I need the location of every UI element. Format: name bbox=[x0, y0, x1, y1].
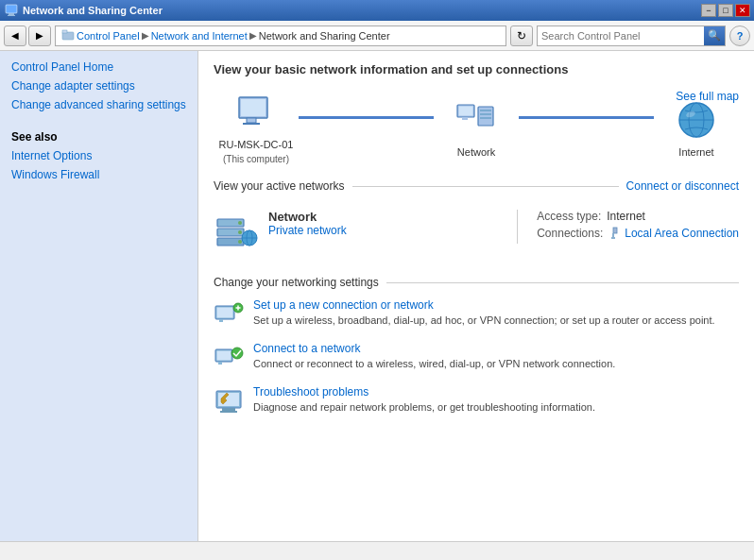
sidebar-link-sharing[interactable]: Change advanced sharing settings bbox=[11, 98, 186, 111]
svg-rect-1 bbox=[9, 13, 14, 15]
connections-row: Connections: Local Area Connection bbox=[537, 227, 739, 240]
nav-buttons: ◀ ▶ bbox=[4, 25, 51, 46]
sidebar-link-adapter[interactable]: Change adapter settings bbox=[11, 79, 186, 93]
search-button[interactable]: 🔍 bbox=[704, 26, 725, 45]
svg-rect-10 bbox=[459, 106, 473, 115]
svg-rect-39 bbox=[217, 351, 231, 361]
troubleshoot-text: Troubleshoot problems Diagnose and repai… bbox=[253, 385, 739, 414]
active-network-type[interactable]: Private network bbox=[268, 224, 347, 237]
active-network-icon bbox=[214, 210, 259, 255]
active-network-info: Network Private network bbox=[268, 210, 498, 237]
sidebar-link-internet-options[interactable]: Internet Options bbox=[11, 149, 186, 162]
connector-2 bbox=[519, 116, 654, 119]
internet-label: Internet bbox=[678, 146, 713, 158]
new-connection-desc: Set up a wireless, broadband, dial-up, a… bbox=[253, 314, 715, 326]
connect-network-icon bbox=[214, 342, 244, 372]
computer-icon bbox=[233, 90, 279, 135]
title-bar-left: Network and Sharing Center bbox=[4, 3, 163, 18]
svg-rect-33 bbox=[217, 308, 233, 318]
svg-rect-14 bbox=[480, 113, 491, 115]
close-button[interactable]: ✕ bbox=[735, 4, 750, 17]
svg-rect-2 bbox=[8, 15, 15, 16]
active-networks-divider bbox=[352, 186, 619, 187]
troubleshoot-icon bbox=[214, 385, 244, 416]
see-full-map-link[interactable]: See full map bbox=[676, 90, 739, 103]
svg-rect-13 bbox=[480, 110, 491, 111]
svg-rect-11 bbox=[462, 117, 468, 120]
svg-point-24 bbox=[238, 230, 242, 234]
content-area: View your basic network information and … bbox=[198, 51, 754, 541]
page-title: View your basic network information and … bbox=[214, 62, 739, 76]
svg-rect-7 bbox=[247, 118, 256, 123]
new-connection-link[interactable]: Set up a new connection or network bbox=[253, 298, 739, 312]
app-icon bbox=[4, 3, 19, 18]
connections-label: Connections: bbox=[537, 227, 603, 240]
status-bar bbox=[0, 541, 754, 560]
search-input[interactable] bbox=[538, 30, 704, 42]
sidebar-link-home[interactable]: Control Panel Home bbox=[11, 60, 186, 74]
breadcrumb: Control Panel ▶ Network and Internet ▶ N… bbox=[55, 25, 506, 46]
node-computer: RU-MSK-DC-01 (This computer) bbox=[214, 90, 299, 164]
title-bar: Network and Sharing Center − □ ✕ bbox=[0, 0, 754, 21]
svg-rect-4 bbox=[62, 30, 67, 33]
refresh-button[interactable]: ↻ bbox=[510, 25, 533, 46]
settings-divider bbox=[386, 282, 739, 283]
settings-item-new-connection: Set up a new connection or network Set u… bbox=[214, 298, 739, 329]
active-network-card: Network Private network Access type: Int… bbox=[214, 202, 739, 263]
svg-rect-44 bbox=[222, 408, 235, 411]
svg-rect-34 bbox=[219, 319, 223, 322]
svg-rect-31 bbox=[611, 237, 615, 239]
settings-item-troubleshoot: Troubleshoot problems Diagnose and repai… bbox=[214, 385, 739, 416]
connect-network-link[interactable]: Connect to a network bbox=[253, 342, 739, 355]
svg-rect-6 bbox=[241, 99, 266, 116]
settings-item-connect-network: Connect to a network Connect or reconnec… bbox=[214, 342, 739, 372]
breadcrumb-control-panel[interactable]: Control Panel bbox=[77, 30, 140, 42]
svg-point-25 bbox=[238, 240, 242, 244]
back-button[interactable]: ◀ bbox=[4, 25, 26, 46]
local-area-connection-link[interactable]: Local Area Connection bbox=[608, 227, 739, 240]
node-network: Network bbox=[434, 97, 519, 158]
connection-icon bbox=[608, 227, 622, 240]
svg-rect-40 bbox=[218, 362, 222, 365]
troubleshoot-desc: Diagnose and repair network problems, or… bbox=[253, 401, 595, 413]
computer-label: RU-MSK-DC-01 bbox=[219, 139, 294, 150]
new-connection-icon bbox=[214, 298, 244, 329]
svg-rect-45 bbox=[220, 411, 237, 413]
svg-rect-15 bbox=[480, 117, 491, 119]
maximize-button[interactable]: □ bbox=[718, 4, 733, 17]
see-also-title: See also bbox=[11, 130, 186, 144]
access-type-label: Access type: bbox=[537, 210, 601, 223]
new-connection-text: Set up a new connection or network Set u… bbox=[253, 298, 739, 327]
network-diagram: RU-MSK-DC-01 (This computer) bbox=[214, 90, 739, 164]
help-button[interactable]: ? bbox=[729, 25, 750, 46]
active-networks-label: View your active networks bbox=[214, 179, 345, 193]
window-title: Network and Sharing Center bbox=[23, 5, 163, 16]
minimize-button[interactable]: − bbox=[701, 4, 716, 17]
breadcrumb-icon bbox=[61, 28, 75, 43]
network-label: Network bbox=[457, 146, 495, 158]
computer-sublabel: (This computer) bbox=[223, 154, 289, 164]
connect-network-text: Connect to a network Connect or reconnec… bbox=[253, 342, 739, 370]
local-area-connection-text: Local Area Connection bbox=[625, 227, 739, 240]
forward-button[interactable]: ▶ bbox=[28, 25, 51, 46]
network-icon bbox=[454, 97, 499, 143]
active-networks-header: View your active networks Connect or dis… bbox=[214, 179, 739, 193]
active-network-name: Network bbox=[268, 210, 498, 224]
troubleshoot-link[interactable]: Troubleshoot problems bbox=[253, 385, 739, 399]
connector-1 bbox=[299, 116, 434, 119]
svg-rect-29 bbox=[613, 228, 617, 233]
sidebar-link-windows-firewall[interactable]: Windows Firewall bbox=[11, 168, 186, 181]
access-type-value: Internet bbox=[607, 210, 645, 223]
svg-rect-8 bbox=[243, 123, 260, 125]
see-also-section: See also Internet Options Windows Firewa… bbox=[11, 130, 186, 181]
connect-disconnect-link[interactable]: Connect or disconnect bbox=[626, 179, 739, 193]
search-box: 🔍 bbox=[537, 25, 726, 46]
network-details: Access type: Internet Connections: Local… bbox=[517, 210, 739, 244]
address-bar: ◀ ▶ Control Panel ▶ Network and Internet… bbox=[0, 21, 754, 51]
breadcrumb-current: Network and Sharing Center bbox=[259, 30, 390, 42]
access-type-row: Access type: Internet bbox=[537, 210, 739, 223]
networking-settings-section: Change your networking settings bbox=[214, 276, 739, 416]
breadcrumb-network-internet[interactable]: Network and Internet bbox=[151, 30, 248, 42]
internet-icon bbox=[674, 97, 719, 143]
main-layout: Control Panel Home Change adapter settin… bbox=[0, 51, 754, 541]
